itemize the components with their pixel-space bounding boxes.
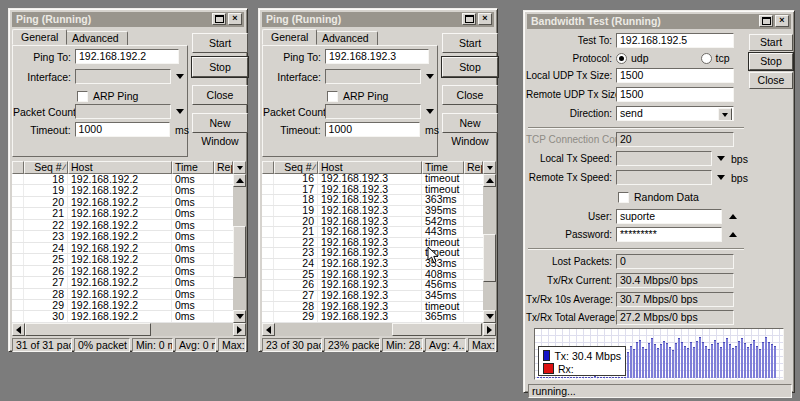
column-seq[interactable]: Seq # ∕: [24, 161, 68, 174]
local-tx-speed-dropdown-icon[interactable]: [717, 156, 725, 161]
protocol-tcp-radio[interactable]: [701, 53, 712, 64]
table-row[interactable]: 24 192.168.192.2 0ms: [12, 243, 233, 254]
random-data-checkbox[interactable]: [618, 192, 629, 203]
arp-ping-checkbox[interactable]: [327, 91, 338, 102]
scroll-right-icon[interactable]: [233, 323, 246, 336]
tab-advanced[interactable]: Advanced: [63, 31, 128, 45]
maximize-icon[interactable]: [759, 15, 773, 27]
table-row[interactable]: 17 192.168.192.3 timeout: [262, 185, 483, 196]
table-row[interactable]: 21 192.168.192.2 0ms: [12, 208, 233, 219]
vertical-scrollbar[interactable]: [483, 174, 496, 323]
column-time[interactable]: Time: [172, 161, 214, 174]
vertical-scrollbar[interactable]: [233, 174, 246, 323]
scroll-right-icon[interactable]: [483, 323, 496, 336]
packet-count-combo[interactable]: [325, 104, 421, 119]
table-row[interactable]: 21 192.168.192.3 443ms: [262, 227, 483, 238]
password-input[interactable]: *********: [616, 227, 722, 242]
close-button[interactable]: Close: [749, 72, 793, 89]
table-row[interactable]: 18 192.168.192.2 0ms: [12, 174, 233, 185]
password-spin-up-icon[interactable]: [729, 232, 737, 237]
scroll-down-icon[interactable]: [233, 310, 246, 323]
table-row[interactable]: 30 192.168.192.2 0ms: [12, 311, 233, 322]
table-row[interactable]: 27 192.168.192.3 345ms: [262, 291, 483, 302]
stop-button[interactable]: Stop: [192, 57, 248, 77]
column-reply-size[interactable]: Reply Si: [464, 161, 483, 174]
table-row[interactable]: 23 192.168.192.2 0ms: [12, 231, 233, 242]
table-row[interactable]: 27 192.168.192.2 0ms: [12, 277, 233, 288]
local-tx-speed-combo[interactable]: [616, 151, 712, 166]
table-row[interactable]: 23 192.168.192.3 timeout: [262, 248, 483, 259]
scroll-down-icon[interactable]: [483, 310, 496, 323]
table-row[interactable]: 26 192.168.192.2 0ms: [12, 266, 233, 277]
timeout-input[interactable]: 1000: [325, 122, 420, 137]
tab-general[interactable]: General: [12, 29, 67, 45]
column-host[interactable]: Host: [318, 161, 422, 174]
maximize-icon[interactable]: [462, 13, 476, 25]
new-window-button[interactable]: New Window: [192, 113, 248, 133]
horizontal-scroll-thumb[interactable]: [392, 323, 482, 336]
maximize-icon[interactable]: [212, 13, 226, 25]
interface-combo[interactable]: [325, 69, 421, 84]
table-row[interactable]: 22 192.168.192.2 0ms: [12, 220, 233, 231]
packet-count-dropdown-icon[interactable]: [176, 109, 184, 114]
horizontal-scrollbar[interactable]: [12, 323, 246, 336]
new-window-button[interactable]: New Window: [442, 113, 498, 133]
table-row[interactable]: 24 192.168.192.3 353ms: [262, 259, 483, 270]
interface-combo[interactable]: [75, 69, 171, 84]
direction-combo[interactable]: send: [616, 106, 734, 121]
arp-ping-checkbox[interactable]: [77, 91, 88, 102]
table-row[interactable]: 28 192.168.192.3 timeout: [262, 302, 483, 313]
remote-tx-speed-combo[interactable]: [616, 170, 712, 185]
column-reply-size[interactable]: Reply Si: [214, 161, 233, 174]
column-chooser-icon[interactable]: [483, 161, 496, 174]
interface-dropdown-icon[interactable]: [426, 74, 434, 79]
table-row[interactable]: 19 192.168.192.3 395ms: [262, 206, 483, 217]
table-row[interactable]: 16 192.168.192.3 timeout: [262, 174, 483, 185]
close-icon[interactable]: ×: [228, 13, 242, 25]
ping2-titlebar[interactable]: Ping (Running) ×: [262, 12, 494, 27]
ping-to-input[interactable]: 192.168.192.3: [325, 49, 429, 64]
scroll-left-icon[interactable]: [262, 323, 275, 336]
close-icon[interactable]: ×: [478, 13, 492, 25]
stop-button[interactable]: Stop: [749, 53, 793, 70]
table-row[interactable]: 25 192.168.192.2 0ms: [12, 254, 233, 265]
user-spin-up-icon[interactable]: [729, 214, 737, 219]
scroll-up-icon[interactable]: [233, 174, 246, 187]
close-button[interactable]: Close: [442, 85, 498, 105]
column-host[interactable]: Host: [68, 161, 172, 174]
row-indicator-column[interactable]: [262, 161, 274, 174]
column-time[interactable]: Time: [422, 161, 464, 174]
protocol-udp-radio[interactable]: [616, 53, 627, 64]
close-button[interactable]: Close: [192, 85, 248, 105]
horizontal-scrollbar[interactable]: [262, 323, 496, 336]
tab-general[interactable]: General: [262, 29, 317, 45]
bw-titlebar[interactable]: Bandwidth Test (Running) ×: [527, 14, 791, 29]
row-indicator-column[interactable]: [12, 161, 24, 174]
direction-dropdown-icon[interactable]: [718, 108, 732, 121]
start-button[interactable]: Start: [749, 34, 793, 51]
table-row[interactable]: 20 192.168.192.2 0ms: [12, 197, 233, 208]
table-row[interactable]: 18 192.168.192.3 363ms: [262, 195, 483, 206]
table-row[interactable]: 29 192.168.192.3 365ms: [262, 312, 483, 323]
table-row[interactable]: 20 192.168.192.3 542ms: [262, 217, 483, 228]
table-row[interactable]: 29 192.168.192.2 0ms: [12, 300, 233, 311]
stop-button[interactable]: Stop: [442, 57, 498, 77]
table-row[interactable]: 28 192.168.192.2 0ms: [12, 289, 233, 300]
table-row[interactable]: 26 192.168.192.3 456ms: [262, 280, 483, 291]
ping1-titlebar[interactable]: Ping (Running) ×: [12, 12, 244, 27]
horizontal-scroll-thumb[interactable]: [25, 323, 151, 336]
column-chooser-icon[interactable]: [233, 161, 246, 174]
start-button[interactable]: Start: [442, 33, 498, 53]
table-row[interactable]: 19 192.168.192.2 0ms: [12, 185, 233, 196]
vertical-scroll-thumb[interactable]: [483, 234, 496, 282]
ping-to-input[interactable]: 192.168.192.2: [75, 49, 179, 64]
scroll-up-icon[interactable]: [483, 174, 496, 187]
remote-tx-speed-dropdown-icon[interactable]: [717, 175, 725, 180]
user-input[interactable]: suporte: [616, 209, 722, 224]
tab-advanced[interactable]: Advanced: [313, 31, 378, 45]
vertical-scroll-thumb[interactable]: [233, 226, 246, 278]
packet-count-combo[interactable]: [75, 104, 171, 119]
column-seq[interactable]: Seq # ∕: [274, 161, 318, 174]
scroll-left-icon[interactable]: [12, 323, 25, 336]
table-row[interactable]: 25 192.168.192.3 408ms: [262, 270, 483, 281]
